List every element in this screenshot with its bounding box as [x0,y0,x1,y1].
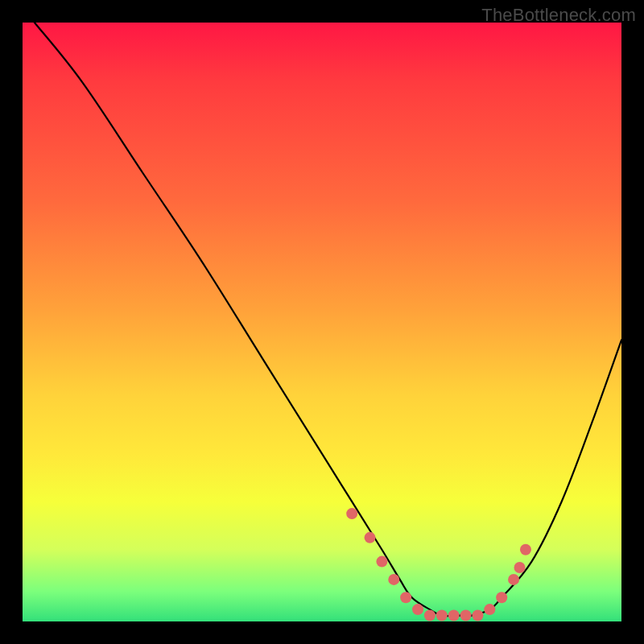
highlight-dot [472,610,483,621]
highlight-dot [514,562,526,573]
highlight-dot [460,610,472,621]
highlight-dot [376,556,387,568]
highlight-dot [424,610,436,621]
highlight-dot [412,604,423,615]
highlight-dot [508,574,519,585]
curve-svg [23,23,621,621]
highlight-dot [520,544,531,555]
plot-area [23,23,621,621]
highlight-dot [496,592,507,603]
highlight-dot [448,610,460,621]
watermark-text: TheBottleneck.com [481,5,636,26]
highlight-dot [346,508,357,519]
highlight-dot [365,532,376,543]
highlight-dot [484,604,495,615]
bottleneck-curve-path [35,23,621,616]
chart-frame: TheBottleneck.com [0,0,644,644]
highlight-dot [400,592,411,603]
marker-group [346,508,531,621]
highlight-dot [436,610,448,621]
highlight-dot [388,574,399,585]
